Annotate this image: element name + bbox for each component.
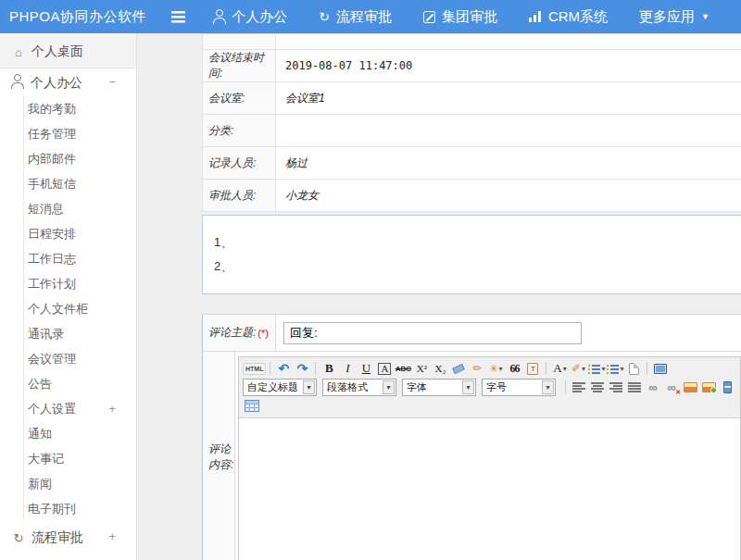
edit-icon <box>423 11 435 23</box>
subscript-button[interactable]: X₂ <box>431 360 449 377</box>
content-line: 1、 <box>214 230 741 255</box>
insert-image-button[interactable] <box>681 379 699 395</box>
image-manager-button[interactable] <box>699 379 718 395</box>
rich-text-editor: HTML ↶ ↷ B I U A ABC X² X₂ <box>238 356 741 560</box>
field-value: 小龙女 <box>276 180 741 211</box>
justify-button[interactable] <box>625 379 644 395</box>
table-row-end-time: 会议结束时间: 2019-08-07 11:47:00 <box>203 50 741 82</box>
sidebar-item-work-log[interactable]: 工作日志 <box>24 246 136 271</box>
required-mark: (*) <box>257 328 269 339</box>
main-content: 会议结束时间: 2019-08-07 11:47:00 会议室: 会议室1 分类… <box>137 33 741 560</box>
strikethrough-button[interactable]: ABC <box>394 360 412 377</box>
monitor-icon <box>654 364 667 374</box>
remove-format-button[interactable] <box>449 360 468 377</box>
cycle-icon: ↻ <box>319 10 330 23</box>
person-icon <box>213 9 225 24</box>
sidebar-item-work-plan[interactable]: 工作计划 <box>24 271 136 296</box>
sidebar-item-mobile-sms[interactable]: 手机短信 <box>24 171 136 196</box>
sidebar-item-news[interactable]: 新闻 <box>24 471 136 496</box>
chevron-down-icon: ▾ <box>499 365 503 373</box>
nav-crm-system[interactable]: CRM系统 <box>529 8 608 26</box>
nav-workflow-approval[interactable]: ↻ 流程审批 <box>319 8 392 26</box>
table-icon <box>245 400 259 412</box>
format-brush-button[interactable]: ✳▾ <box>486 360 505 377</box>
redo-button[interactable]: ↷ <box>293 360 311 377</box>
insert-link-button[interactable]: ∞ <box>644 379 662 395</box>
sidebar: ⌂个人桌面 个人办公 − 我的考勤 任务管理 内部邮件 手机短信 短消息 日程安… <box>0 33 137 560</box>
sidebar-item-my-attendance[interactable]: 我的考勤 <box>24 96 136 121</box>
sidebar-item-big-events[interactable]: 大事记 <box>24 446 136 471</box>
new-page-button[interactable] <box>624 360 643 377</box>
clipboard-icon: T <box>527 363 538 375</box>
unordered-list-button[interactable]: ▾ <box>606 360 624 377</box>
meeting-detail-table: 会议结束时间: 2019-08-07 11:47:00 会议室: 会议室1 分类… <box>202 33 741 212</box>
sidebar-item-notice[interactable]: 通知 <box>24 421 136 446</box>
toolbar-row-3 <box>243 396 736 415</box>
chevron-down-icon: ▾ <box>462 380 474 394</box>
field-label: 会议室: <box>203 82 276 114</box>
table-row-recorder: 记录人员: 杨过 <box>203 147 741 180</box>
ordered-list-icon <box>588 364 600 374</box>
sidebar-item-e-journal[interactable]: 电子期刊 <box>24 496 136 521</box>
sidebar-item-short-message[interactable]: 短消息 <box>24 196 136 221</box>
fullscreen-button[interactable] <box>651 360 670 377</box>
editor-content-area[interactable] <box>239 418 740 560</box>
comment-content-row: 评论内容: HTML ↶ ↷ B I U A <box>203 352 741 560</box>
table-row-meeting-room: 会议室: 会议室1 <box>203 82 741 115</box>
collapse-toggle[interactable]: − <box>108 68 116 96</box>
undo-button[interactable]: ↶ <box>274 360 293 377</box>
sidebar-item-contacts[interactable]: 通讯录 <box>24 321 136 346</box>
sidebar-item-personal-settings[interactable]: 个人设置 + <box>24 396 136 421</box>
paste-button[interactable]: T <box>523 360 542 377</box>
paragraph-format-select[interactable]: 段落格式▾ <box>322 379 396 396</box>
field-value: 杨过 <box>276 147 741 179</box>
expand-toggle[interactable]: + <box>108 521 116 553</box>
font-family-select[interactable]: 字体▾ <box>402 379 476 396</box>
chevron-down-icon: ▾ <box>582 365 585 373</box>
chevron-down-icon: ▾ <box>601 365 605 373</box>
align-left-button[interactable] <box>570 379 588 395</box>
html-source-button[interactable]: HTML <box>243 360 266 377</box>
sidebar-item-meeting-management[interactable]: 会议管理 <box>24 346 136 371</box>
media-icon <box>723 381 732 393</box>
blockquote-button[interactable]: 66 <box>505 360 523 377</box>
ordered-list-button[interactable]: ▾ <box>587 360 606 377</box>
underline-button[interactable]: U <box>357 360 375 377</box>
superscript-button[interactable]: X² <box>412 360 431 377</box>
chevron-down-icon: ▾ <box>542 380 554 394</box>
expand-toggle[interactable]: + <box>108 396 116 421</box>
align-right-button[interactable] <box>607 379 625 395</box>
nav-more-apps[interactable]: 更多应用 ▼ <box>639 8 710 26</box>
insert-table-button[interactable] <box>243 397 261 414</box>
field-label: 记录人员: <box>203 147 276 179</box>
remove-link-button[interactable]: ∞ <box>662 379 681 395</box>
hamburger-menu-icon[interactable] <box>171 11 186 23</box>
sidebar-item-announcement[interactable]: 公告 <box>24 371 136 396</box>
clean-html-button[interactable]: ✏ <box>468 360 486 377</box>
comment-form: 评论主题: (*) 评论内容: HTML ↶ ↷ <box>202 314 741 560</box>
sidebar-item-workflow-approval[interactable]: ↻流程审批 + <box>0 521 136 553</box>
image-icon <box>684 382 697 392</box>
italic-button[interactable]: I <box>338 360 357 377</box>
sidebar-item-internal-mail[interactable]: 内部邮件 <box>24 146 136 171</box>
highlight-color-button[interactable]: ✐▾ <box>569 360 587 377</box>
nav-group-approval[interactable]: 集团审批 <box>423 8 497 26</box>
comment-subject-input[interactable] <box>283 322 582 344</box>
sidebar-item-personal-office[interactable]: 个人办公 − <box>0 68 136 96</box>
heading-select[interactable]: 自定义标题▾ <box>243 379 317 396</box>
align-center-icon <box>591 382 604 392</box>
eraser-icon <box>453 363 466 373</box>
font-name-button[interactable]: A <box>375 360 394 377</box>
bold-button[interactable]: B <box>320 360 338 377</box>
section-gap <box>137 294 741 314</box>
insert-media-button[interactable] <box>718 379 736 395</box>
sidebar-item-task-management[interactable]: 任务管理 <box>24 121 136 146</box>
align-center-button[interactable] <box>588 379 607 395</box>
sidebar-item-schedule[interactable]: 日程安排 <box>24 221 136 246</box>
sidebar-item-personal-desktop[interactable]: ⌂个人桌面 <box>0 33 136 68</box>
font-color-button[interactable]: A▾ <box>550 360 569 377</box>
sidebar-item-file-cabinet[interactable]: 个人文件柜 <box>24 296 136 321</box>
font-size-select[interactable]: 字号▾ <box>482 379 556 396</box>
justify-icon <box>628 382 641 392</box>
nav-personal-office[interactable]: 个人办公 <box>213 8 287 26</box>
